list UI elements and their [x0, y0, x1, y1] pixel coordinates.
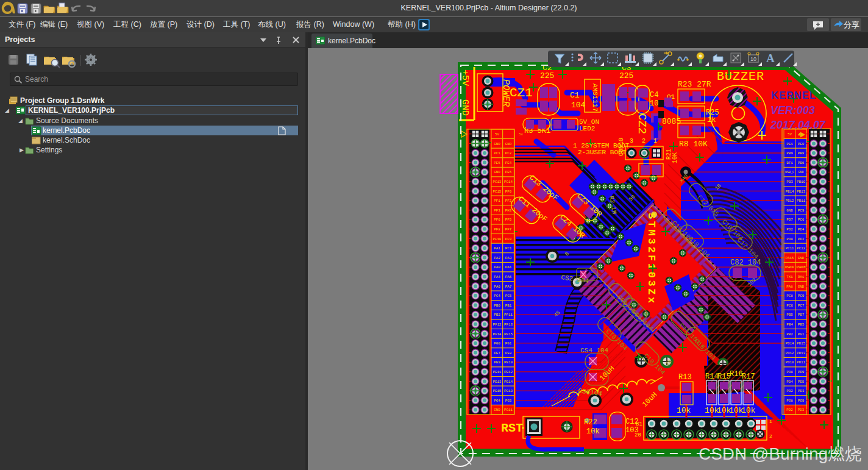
svg-text:USBDP: USBDP: [785, 266, 794, 269]
svg-text:PB5: PB5: [798, 322, 805, 327]
svg-text:R8 10K: R8 10K: [679, 140, 708, 149]
svg-text:PC1: PC1: [505, 246, 512, 251]
svg-text:PC15: PC15: [493, 190, 501, 194]
svg-text:PA7: PA7: [505, 285, 512, 289]
svg-text:AMS1117: AMS1117: [591, 84, 599, 112]
svg-text:PE9: PE9: [494, 360, 500, 365]
svg-text:PG4: PG4: [494, 399, 500, 403]
svg-text:R16: R16: [730, 370, 743, 379]
svg-text:PD12: PD12: [785, 351, 794, 355]
svg-text:PD2: PD2: [798, 237, 805, 241]
svg-text:GND: GND: [798, 285, 805, 289]
svg-text:PG9: PG9: [798, 399, 805, 403]
svg-text:PD15: PD15: [797, 341, 805, 346]
svg-text:225: 225: [540, 71, 554, 80]
svg-text:PC9: PC9: [798, 294, 805, 298]
svg-text:PD4: PD4: [786, 380, 793, 384]
svg-text:PF6: PF6: [494, 218, 500, 222]
svg-text:PA0: PA0: [494, 265, 500, 269]
svg-text:PE5: PE5: [494, 161, 500, 165]
svg-text:PD4: PD4: [798, 227, 805, 232]
svg-text:PB1: PB1: [505, 304, 512, 308]
svg-text:PE7: PE7: [494, 351, 500, 355]
svg-text:PG0: PG0: [494, 341, 500, 346]
svg-text:PF9: PF9: [505, 237, 512, 241]
svg-text:BT1: BT1: [786, 161, 793, 165]
svg-text:PF14: PF14: [493, 332, 501, 336]
svg-text:C1: C1: [570, 91, 580, 100]
svg-text:A: A: [766, 52, 775, 65]
svg-text:PG1: PG1: [798, 332, 805, 336]
svg-text:PD13: PD13: [797, 351, 805, 355]
svg-text:3: 3: [630, 138, 633, 144]
svg-text:PB0: PB0: [494, 304, 500, 308]
svg-text:PB8: PB8: [798, 151, 805, 155]
svg-text:PC11: PC11: [785, 246, 794, 251]
svg-text:RX1: RX1: [798, 275, 805, 279]
svg-text:PD14: PD14: [785, 341, 794, 346]
svg-text:PE15: PE15: [493, 389, 501, 393]
svg-text:PA3: PA3: [505, 256, 512, 260]
svg-text:PA4: PA4: [494, 275, 500, 279]
svg-text:PG5: PG5: [505, 399, 512, 403]
svg-text:PF0: PF0: [505, 190, 512, 194]
svg-text:PB14: PB14: [785, 190, 794, 194]
svg-text:2: 2: [769, 433, 772, 439]
svg-text:PD10: PD10: [785, 360, 794, 365]
svg-text:PE10: PE10: [504, 360, 513, 365]
svg-text:CZ2: CZ2: [635, 113, 649, 134]
svg-text:RST: RST: [501, 421, 523, 435]
svg-text:PA15: PA15: [785, 256, 794, 260]
svg-text:225: 225: [619, 71, 633, 80]
svg-text:GND: GND: [494, 170, 500, 174]
svg-text:PH3: PH3: [505, 208, 512, 213]
svg-text:PF15: PF15: [504, 332, 513, 336]
svg-text:PF3: PF3: [494, 208, 500, 213]
svg-text:PE12: PE12: [504, 370, 513, 374]
svg-text:5V: 5V: [495, 132, 499, 137]
svg-text:PF1: PF1: [494, 199, 500, 203]
svg-text:GND: GND: [786, 208, 793, 213]
svg-text:PA2: PA2: [494, 256, 500, 260]
svg-text:PD3: PD3: [798, 408, 805, 412]
svg-text:PB2: PB2: [786, 332, 793, 336]
svg-text:PF12: PF12: [493, 322, 501, 327]
svg-text:C4: C4: [650, 91, 658, 99]
svg-text:PB12: PB12: [785, 199, 794, 203]
svg-text:10K: 10K: [672, 152, 678, 163]
svg-text:GND: GND: [494, 142, 500, 146]
svg-text:PF7: PF7: [505, 227, 512, 232]
svg-text:分享: 分享: [844, 20, 859, 29]
svg-text:PD5: PD5: [798, 380, 805, 384]
svg-text:TX1: TX1: [786, 275, 793, 279]
svg-text:PC14: PC14: [504, 180, 513, 184]
svg-text:PA8: PA8: [786, 285, 793, 289]
svg-text:1: 1: [653, 138, 657, 144]
svg-text:PD7: PD7: [786, 218, 793, 222]
svg-text:104: 104: [571, 101, 586, 110]
svg-text:BUZZER: BUZZER: [717, 69, 764, 84]
svg-text:PF5: PF5: [505, 218, 512, 222]
svg-text:GND: GND: [798, 171, 803, 174]
svg-text:GND: GND: [494, 408, 500, 412]
svg-text:PB4: PB4: [786, 322, 793, 327]
svg-text:10k: 10k: [741, 406, 756, 415]
svg-text:C82 104: C82 104: [730, 258, 761, 267]
svg-text:PC7: PC7: [798, 304, 805, 308]
svg-text:PE4: PE4: [505, 161, 512, 165]
svg-text:PC8: PC8: [786, 294, 793, 298]
svg-text:PD8: PD8: [786, 370, 793, 374]
svg-text:PE5: PE5: [505, 170, 512, 174]
svg-text:DA1: DA1: [505, 265, 512, 269]
svg-text:CS4 104: CS4 104: [580, 347, 609, 354]
svg-text:PB9: PB9: [786, 151, 793, 155]
svg-text:STM32F103Zx: STM32F103Zx: [646, 213, 657, 305]
svg-text:PG10: PG10: [504, 389, 513, 393]
svg-text:LED2: LED2: [579, 125, 595, 132]
svg-text:PB13: PB13: [797, 190, 805, 194]
svg-text:PF13: PF13: [504, 322, 513, 327]
svg-text:PB10: PB10: [797, 180, 805, 184]
svg-text:PG1: PG1: [505, 341, 512, 346]
svg-text:GND: GND: [505, 142, 512, 146]
svg-text:PB11: PB11: [797, 199, 805, 203]
